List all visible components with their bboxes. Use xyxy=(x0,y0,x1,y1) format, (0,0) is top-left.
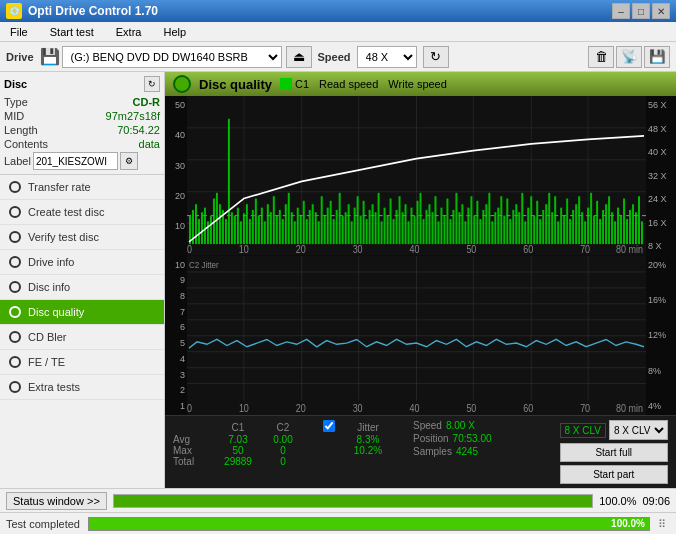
charts-area: 50 40 30 20 10 xyxy=(165,96,676,415)
svg-rect-159 xyxy=(626,219,628,244)
svg-rect-91 xyxy=(422,219,424,244)
svg-rect-163 xyxy=(638,196,640,244)
svg-rect-68 xyxy=(354,208,356,244)
svg-rect-62 xyxy=(336,210,338,244)
svg-rect-106 xyxy=(467,208,469,244)
position-value: 70:53.00 xyxy=(453,433,492,444)
svg-rect-124 xyxy=(521,193,523,244)
drive-select-group: 💾 (G:) BENQ DVD DD DW1640 BSRB ⏏ xyxy=(40,46,312,68)
svg-rect-15 xyxy=(195,204,197,244)
length-value: 70:54.22 xyxy=(117,124,160,136)
svg-rect-18 xyxy=(204,208,206,244)
sidebar-item-verify-test-disc[interactable]: Verify test disc xyxy=(0,225,164,250)
bottom-chart-svg: C2 Jitter 0 10 20 30 40 50 60 70 80 min xyxy=(187,256,646,416)
sidebar-item-drive-info[interactable]: Drive info xyxy=(0,250,164,275)
svg-rect-63 xyxy=(339,193,341,244)
svg-rect-155 xyxy=(614,221,616,244)
svg-rect-150 xyxy=(599,219,601,244)
sidebar-item-disc-info[interactable]: Disc info xyxy=(0,275,164,300)
status-window-button[interactable]: Status window >> xyxy=(6,492,107,510)
svg-rect-37 xyxy=(261,208,263,244)
disc-label-input[interactable] xyxy=(33,152,118,170)
svg-rect-129 xyxy=(536,201,538,244)
position-label: Position xyxy=(413,433,449,444)
start-part-button[interactable]: Start part xyxy=(560,465,669,484)
disc-info-icon xyxy=(8,280,22,294)
status-bar: Status window >> 100.0% 09:06 xyxy=(0,488,676,512)
sidebar-item-fe-te[interactable]: FE / TE xyxy=(0,350,164,375)
minimize-button[interactable]: – xyxy=(612,3,630,19)
label-action-button[interactable]: ⚙ xyxy=(120,152,138,170)
svg-rect-76 xyxy=(378,193,380,244)
svg-rect-28 xyxy=(234,216,236,244)
erase-button[interactable]: 🗑 xyxy=(588,46,614,68)
transfer-rate-label: Transfer rate xyxy=(28,181,91,193)
svg-rect-87 xyxy=(411,208,413,244)
svg-rect-92 xyxy=(425,210,427,244)
svg-rect-101 xyxy=(452,210,454,244)
contents-value: data xyxy=(139,138,160,150)
fe-te-icon xyxy=(8,355,22,369)
length-label: Length xyxy=(4,124,38,136)
chart-title: Disc quality xyxy=(199,77,272,92)
svg-rect-33 xyxy=(249,219,251,244)
svg-rect-122 xyxy=(515,204,517,244)
drive-dropdown[interactable]: (G:) BENQ DVD DD DW1640 BSRB xyxy=(62,46,282,68)
top-chart-svg: 0 10 20 30 40 50 60 70 80 min xyxy=(187,96,646,256)
save-button[interactable]: 💾 xyxy=(644,46,670,68)
c2-header: C2 xyxy=(263,420,303,434)
svg-text:60: 60 xyxy=(523,244,533,256)
svg-rect-80 xyxy=(390,199,392,245)
svg-rect-110 xyxy=(479,219,481,244)
svg-rect-44 xyxy=(282,219,284,244)
app-title: Opti Drive Control 1.70 xyxy=(28,4,158,18)
svg-rect-131 xyxy=(542,210,544,244)
menu-extra[interactable]: Extra xyxy=(110,24,148,40)
svg-rect-116 xyxy=(497,208,499,244)
disc-refresh-button[interactable]: ↻ xyxy=(144,76,160,92)
time-display: 09:06 xyxy=(642,495,670,507)
svg-rect-29 xyxy=(237,208,239,244)
jitter-checkbox[interactable] xyxy=(323,420,335,432)
max-c2: 0 xyxy=(263,445,303,456)
sidebar-item-disc-quality[interactable]: Disc quality xyxy=(0,300,164,325)
start-full-button[interactable]: Start full xyxy=(560,443,669,462)
svg-rect-133 xyxy=(548,193,550,244)
complete-pct: 100.0% xyxy=(611,518,645,529)
svg-rect-148 xyxy=(593,216,595,244)
speed-select[interactable]: 8 X CLV xyxy=(609,420,668,440)
speed-dropdown[interactable]: 48 X xyxy=(357,46,417,68)
svg-rect-105 xyxy=(464,221,466,244)
sidebar-item-create-test-disc[interactable]: Create test disc xyxy=(0,200,164,225)
svg-text:30: 30 xyxy=(353,401,363,413)
c1-header: C1 xyxy=(213,420,263,434)
eject-button[interactable]: ⏏ xyxy=(286,46,312,68)
cd-bler-label: CD Bler xyxy=(28,331,67,343)
extra-tests-icon xyxy=(8,380,22,394)
menu-help[interactable]: Help xyxy=(157,24,192,40)
app-icon: 💿 xyxy=(6,3,22,19)
svg-rect-88 xyxy=(414,216,416,244)
svg-rect-89 xyxy=(417,201,419,244)
menu-file[interactable]: File xyxy=(4,24,34,40)
svg-rect-146 xyxy=(587,208,589,244)
sidebar-item-transfer-rate[interactable]: Transfer rate xyxy=(0,175,164,200)
sidebar-item-extra-tests[interactable]: Extra tests xyxy=(0,375,164,400)
progress-bar-container xyxy=(113,494,593,508)
scan-button[interactable]: 📡 xyxy=(616,46,642,68)
menu-start-test[interactable]: Start test xyxy=(44,24,100,40)
svg-rect-23 xyxy=(219,204,221,244)
svg-rect-45 xyxy=(285,204,287,244)
contents-label: Contents xyxy=(4,138,48,150)
svg-rect-117 xyxy=(500,196,502,244)
drive-label: Drive xyxy=(6,51,34,63)
refresh-button[interactable]: ↻ xyxy=(423,46,449,68)
svg-rect-125 xyxy=(524,221,526,244)
maximize-button[interactable]: □ xyxy=(632,3,650,19)
svg-rect-66 xyxy=(348,204,350,244)
top-chart-y-labels: 50 40 30 20 10 xyxy=(165,96,187,256)
bottom-chart-container: 10 9 8 7 6 5 4 3 2 1 xyxy=(165,256,676,416)
sidebar-item-cd-bler[interactable]: CD Bler xyxy=(0,325,164,350)
drive-info-label: Drive info xyxy=(28,256,74,268)
close-button[interactable]: ✕ xyxy=(652,3,670,19)
